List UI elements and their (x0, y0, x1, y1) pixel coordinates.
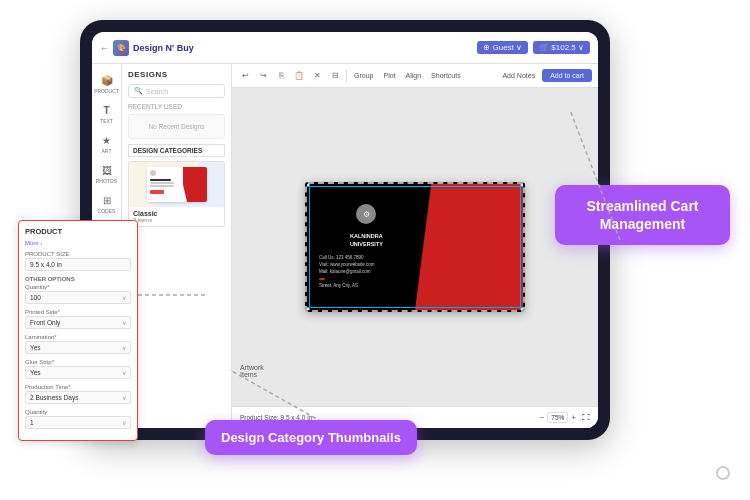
bc-university-name: KALNINDRAUNIVERSITY (319, 233, 414, 247)
bc-contact-info: Call Us: 123 456 7890 Visit: www.yourweb… (319, 254, 414, 290)
scene: ← 🎨 Design N' Buy ⊕ Guest ∨ 🛒 $102.5 ∨ 📦 (0, 0, 750, 500)
product-icon: 📦 (101, 75, 113, 87)
quantity2-group: Quantity 1 ∨ (25, 409, 131, 429)
sidebar-item-product[interactable]: 📦 PRODUCT (93, 70, 121, 98)
tablet-frame: ← 🎨 Design N' Buy ⊕ Guest ∨ 🛒 $102.5 ∨ 📦 (80, 20, 610, 440)
streamlined-cart-text: Streamlined CartManagement (586, 198, 698, 232)
glue-strip-label: Glue Strip* (25, 359, 131, 365)
thumb-card (147, 167, 207, 202)
fullscreen-icon[interactable]: ⛶ (582, 413, 590, 422)
product-size-value: 9.5 x 4.0 in (25, 258, 131, 271)
logo-area: ← 🎨 Design N' Buy (100, 40, 471, 56)
sidebar-label-text: TEXT (100, 118, 113, 124)
shortcuts-button[interactable]: Shortcuts (428, 71, 464, 80)
bc-website: Visit: www.yourwebsite.com (319, 261, 414, 268)
bc-address: Street, Any City, AS (319, 282, 414, 289)
text-icon: T (101, 105, 113, 117)
business-card-canvas[interactable]: ⚙ KALNINDRAUNIVERSITY Call Us: 123 456 7… (305, 182, 525, 312)
zoom-in-button[interactable]: + (571, 413, 576, 422)
production-time-group: Production Time* 2 Business Days ∨ (25, 384, 131, 404)
resize-handle-tr[interactable] (520, 182, 525, 187)
production-time-arrow: ∨ (122, 394, 126, 401)
quantity2-arrow: ∨ (122, 419, 126, 426)
product-size-label: PRODUCT SIZE (25, 251, 131, 257)
art-icon: ★ (101, 135, 113, 147)
delete-button[interactable]: ✕ (310, 69, 324, 83)
quantity-group: Quantity* 100 ∨ (25, 284, 131, 304)
resize-handle-bl[interactable] (305, 307, 310, 312)
design-category-thumbnail[interactable]: Classic 3 items (128, 161, 225, 227)
resize-handle-tl[interactable] (305, 182, 310, 187)
undo-button[interactable]: ↩ (238, 69, 252, 83)
arrange-button[interactable]: ⊟ (328, 69, 342, 83)
align-button[interactable]: Align (403, 71, 425, 80)
guest-button[interactable]: ⊕ Guest ∨ (477, 41, 528, 54)
top-bar-right: ⊕ Guest ∨ 🛒 $102.5 ∨ (477, 41, 590, 54)
production-time-select[interactable]: 2 Business Days ∨ (25, 391, 131, 404)
bc-phone: Call Us: 123 456 7890 (319, 254, 414, 261)
search-box[interactable]: 🔍 Search (128, 84, 225, 98)
print-side-arrow: ∨ (122, 319, 126, 326)
product-panel: PRODUCT More › PRODUCT SIZE 9.5 x 4.0 in… (18, 220, 138, 441)
quantity2-label: Quantity (25, 409, 131, 415)
zoom-out-button[interactable]: − (540, 413, 545, 422)
sidebar-label-photos: PHOTOS (96, 178, 117, 184)
print-side-label: Printed Side* (25, 309, 131, 315)
back-button[interactable]: ← (100, 43, 109, 53)
quantity-input[interactable]: 100 ∨ (25, 291, 131, 304)
no-recent-designs: No Recent Designs (128, 114, 225, 139)
search-icon: 🔍 (134, 87, 143, 95)
zoom-value[interactable]: 75% (547, 412, 568, 423)
design-category-callout: Design Category Thumbnails (205, 420, 417, 455)
quantity2-input[interactable]: 1 ∨ (25, 416, 131, 429)
product-size-group: PRODUCT SIZE 9.5 x 4.0 in (25, 251, 131, 271)
design-panel: DESIGNS 🔍 Search RECENTLY USED No Recent… (122, 64, 232, 428)
bc-address-highlight (319, 278, 325, 280)
lamination-select[interactable]: Yes ∨ (25, 341, 131, 354)
add-to-cart-button[interactable]: Add to cart (542, 69, 592, 82)
corner-indicator (716, 466, 730, 480)
design-panel-title: DESIGNS (128, 70, 225, 79)
resize-handle-br[interactable] (520, 307, 525, 312)
glue-strip-group: Glue Strip* Yes ∨ (25, 359, 131, 379)
thumb-card-right (183, 167, 207, 202)
copy-button[interactable]: ⎘ (274, 69, 288, 83)
thumb-card-left (147, 167, 183, 202)
paste-button[interactable]: 📋 (292, 69, 306, 83)
main-content: 📦 PRODUCT T TEXT ★ ART 🖼 PHOTOS (92, 64, 598, 428)
canvas-toolbar: ↩ ↪ ⎘ 📋 ✕ ⊟ Group Plot Align Shortcuts A… (232, 64, 598, 88)
product-panel-title: PRODUCT (25, 227, 131, 236)
group-button[interactable]: Group (351, 71, 376, 80)
plot-button[interactable]: Plot (380, 71, 398, 80)
print-side-group: Printed Side* Front Only ∨ (25, 309, 131, 329)
bc-left-panel: ⚙ KALNINDRAUNIVERSITY Call Us: 123 456 7… (307, 184, 426, 310)
artwork-label: Artwork Items (240, 364, 264, 378)
search-placeholder: Search (146, 88, 168, 95)
print-side-select[interactable]: Front Only ∨ (25, 316, 131, 329)
category-count: 3 items (133, 217, 220, 223)
canvas-workspace: ⚙ KALNINDRAUNIVERSITY Call Us: 123 456 7… (232, 88, 598, 406)
add-notes-button[interactable]: Add Notes (499, 71, 538, 80)
streamlined-cart-callout: Streamlined CartManagement (555, 185, 730, 245)
sidebar-item-photos[interactable]: 🖼 PHOTOS (93, 160, 121, 188)
quantity-label: Quantity* (25, 284, 131, 290)
toolbar-separator (346, 70, 347, 82)
canvas-area: ↩ ↪ ⎘ 📋 ✕ ⊟ Group Plot Align Shortcuts A… (232, 64, 598, 428)
category-name: Classic (133, 210, 220, 217)
more-link[interactable]: More › (25, 240, 131, 246)
bc-email: Mail: kalaune@gmail.com (319, 268, 414, 275)
top-bar: ← 🎨 Design N' Buy ⊕ Guest ∨ 🛒 $102.5 ∨ (92, 32, 598, 64)
codes-icon: ⊞ (101, 195, 113, 207)
category-thumb-image (129, 162, 224, 207)
sidebar-item-art[interactable]: ★ ART (93, 130, 121, 158)
sidebar-item-codes[interactable]: ⊞ CODES (93, 190, 121, 218)
cart-button[interactable]: 🛒 $102.5 ∨ (533, 41, 590, 54)
design-categories-label: DESIGN CATEGORIES (128, 144, 225, 157)
redo-button[interactable]: ↪ (256, 69, 270, 83)
glue-strip-arrow: ∨ (122, 369, 126, 376)
logo-icon: 🎨 (113, 40, 129, 56)
glue-strip-select[interactable]: Yes ∨ (25, 366, 131, 379)
category-info: Classic 3 items (129, 207, 224, 226)
logo-text: Design N' Buy (133, 43, 194, 53)
sidebar-item-text[interactable]: T TEXT (93, 100, 121, 128)
